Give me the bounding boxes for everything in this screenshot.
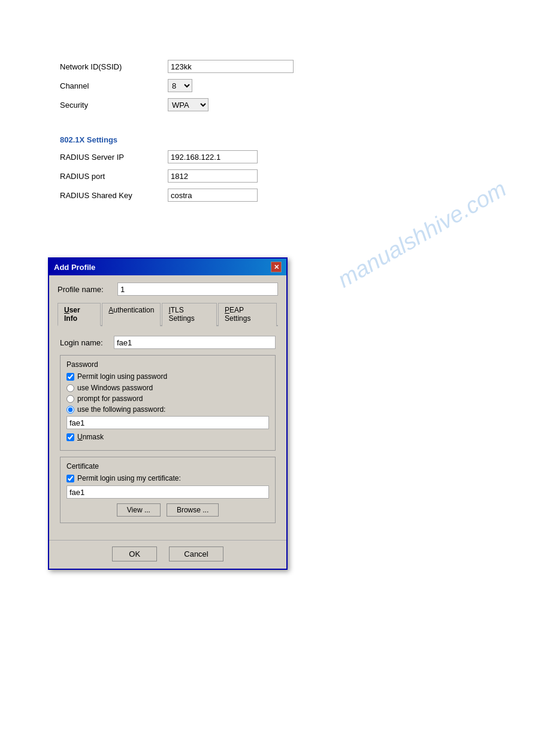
- radius-key-label: RADIUS Shared Key: [60, 191, 168, 200]
- prompt-radio[interactable]: [67, 395, 74, 403]
- add-profile-dialog-container: Add Profile ✕ Profile name: User Info Au…: [48, 257, 288, 570]
- cert-buttons-row: View ... Browse ...: [67, 503, 269, 517]
- dialog-title: Add Profile: [54, 263, 95, 272]
- radius-ip-label: RADIUS Server IP: [60, 153, 168, 162]
- certificate-group: Certificate Permit login using my certif…: [60, 457, 276, 523]
- login-name-row: Login name:: [60, 336, 276, 349]
- password-group-legend: Password: [67, 360, 269, 369]
- add-profile-dialog: Add Profile ✕ Profile name: User Info Au…: [48, 257, 288, 570]
- security-select[interactable]: NoneWEPWPAWPA2802.1X: [168, 98, 208, 111]
- profile-name-row: Profile name:: [58, 283, 278, 296]
- tabs-row: User Info Authentication ITLS Settings P…: [58, 302, 278, 326]
- permit-login-checkbox[interactable]: [67, 373, 74, 381]
- dialog-titlebar: Add Profile ✕: [49, 259, 286, 275]
- view-button[interactable]: View ...: [117, 503, 161, 517]
- radius-port-row: RADIUS port: [60, 169, 535, 183]
- tab-authentication[interactable]: Authentication: [102, 303, 161, 326]
- permit-cert-checkbox[interactable]: [67, 475, 74, 482]
- radius-port-input[interactable]: [168, 169, 258, 183]
- network-id-row: Network ID(SSID): [60, 60, 535, 73]
- prompt-label: prompt for password: [77, 394, 143, 403]
- permit-login-label: Permit login using password: [77, 372, 167, 381]
- permit-cert-row: Permit login using my certificate:: [67, 474, 269, 482]
- login-name-input[interactable]: [114, 336, 276, 349]
- section-802-title: 802.1X Settings: [60, 135, 535, 144]
- security-label: Security: [60, 101, 168, 110]
- unmask-checkbox[interactable]: [67, 433, 74, 441]
- channel-label: Channel: [60, 81, 168, 90]
- tab-itls-settings[interactable]: ITLS Settings: [162, 303, 217, 326]
- use-windows-label: use Windows password: [77, 384, 153, 392]
- profile-name-input[interactable]: [117, 283, 278, 296]
- password-group: Password Permit login using password use…: [60, 355, 276, 451]
- dialog-close-button[interactable]: ✕: [271, 262, 282, 272]
- tab-peap-settings[interactable]: PEAP Settings: [218, 303, 277, 326]
- channel-row: Channel 1234 5678 91011: [60, 79, 535, 92]
- top-form: Network ID(SSID) Channel 1234 5678 91011…: [0, 0, 535, 111]
- permit-login-row: Permit login using password: [67, 372, 269, 381]
- use-windows-row: use Windows password: [67, 384, 269, 392]
- unmask-label: Unmask: [77, 433, 104, 441]
- use-following-radio[interactable]: [67, 406, 74, 414]
- radius-ip-input[interactable]: [168, 150, 258, 163]
- dialog-body: Profile name: User Info Authentication I…: [49, 275, 286, 540]
- cert-input[interactable]: [67, 485, 269, 499]
- tab-user-info[interactable]: User Info: [58, 303, 101, 326]
- radius-key-input[interactable]: [168, 189, 258, 202]
- cancel-button[interactable]: Cancel: [169, 546, 223, 561]
- network-id-input[interactable]: [168, 60, 294, 73]
- permit-cert-label: Permit login using my certificate:: [77, 474, 181, 482]
- channel-select[interactable]: 1234 5678 91011: [168, 79, 192, 92]
- dialog-footer: OK Cancel: [49, 540, 286, 569]
- browse-button[interactable]: Browse ...: [167, 503, 219, 517]
- use-following-label: use the following password:: [77, 405, 165, 414]
- certificate-group-legend: Certificate: [67, 462, 269, 470]
- unmask-row: Unmask: [67, 433, 269, 441]
- prompt-row: prompt for password: [67, 394, 269, 403]
- use-following-row: use the following password:: [67, 405, 269, 414]
- login-name-label: Login name:: [60, 338, 114, 347]
- profile-name-label: Profile name:: [58, 285, 117, 294]
- network-id-label: Network ID(SSID): [60, 62, 168, 71]
- user-info-panel: Login name: Password Permit login using …: [58, 332, 278, 533]
- security-row: Security NoneWEPWPAWPA2802.1X: [60, 98, 535, 111]
- ok-button[interactable]: OK: [112, 546, 157, 561]
- radius-ip-row: RADIUS Server IP: [60, 150, 535, 163]
- radius-key-row: RADIUS Shared Key: [60, 189, 535, 202]
- use-windows-radio[interactable]: [67, 384, 74, 392]
- section-802-1x: 802.1X Settings RADIUS Server IP RADIUS …: [0, 117, 535, 202]
- radius-port-label: RADIUS port: [60, 172, 168, 181]
- password-input[interactable]: [67, 416, 269, 429]
